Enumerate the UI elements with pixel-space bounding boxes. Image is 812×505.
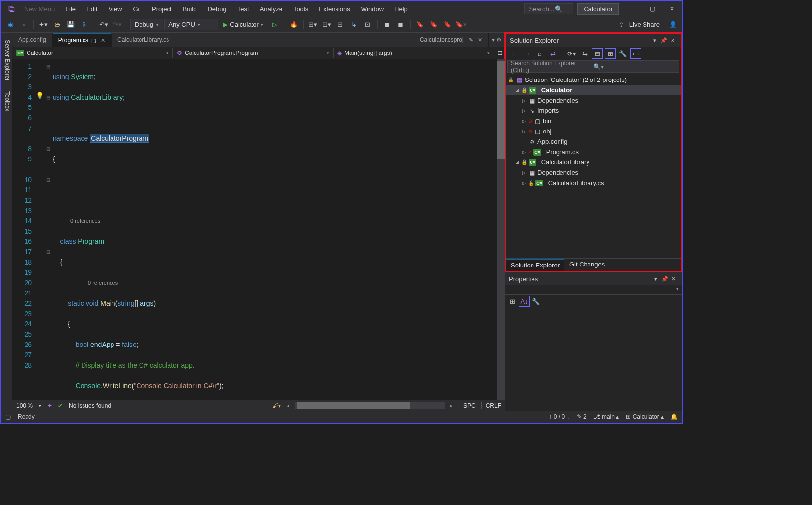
maximize-button[interactable]: ▢ [643, 1, 662, 16]
tab-solution-explorer[interactable]: Solution Explorer [506, 259, 564, 271]
alphabetical-icon[interactable]: A↓ [519, 296, 530, 307]
menu-edit[interactable]: Edit [81, 2, 103, 16]
node-obj[interactable]: ▷⊖▢obj [506, 126, 681, 136]
live-share-label[interactable]: Live Share [629, 21, 660, 28]
pin-icon[interactable]: 📌 [659, 37, 668, 44]
start-button[interactable]: ▶Calculator▾ [219, 20, 267, 29]
tab-git-changes[interactable]: Git Changes [564, 259, 610, 271]
tab-programcs[interactable]: Program.cs⬚✕ [53, 33, 112, 47]
refresh-icon[interactable]: ⟳▾ [566, 48, 577, 59]
spc-label[interactable]: SPC [459, 402, 476, 409]
vertical-scrollbar[interactable] [497, 59, 505, 400]
redo-icon[interactable]: ↷▾ [111, 18, 124, 31]
node-dependencies2[interactable]: ▷▦Dependencies [506, 167, 681, 178]
minimize-button[interactable]: — [623, 1, 643, 16]
menu-new[interactable]: New Menu [19, 2, 60, 16]
close-icon[interactable]: ✕ [669, 276, 678, 282]
start-without-debug-icon[interactable]: ▷ [268, 18, 281, 31]
clear-bookmark-icon[interactable]: 🔖▾ [455, 18, 468, 31]
config-dropdown[interactable]: Debug [130, 19, 163, 30]
menu-view[interactable]: View [103, 2, 128, 16]
switch-view-icon[interactable]: ⇄ [547, 48, 558, 59]
close-icon[interactable]: ✕ [101, 37, 105, 44]
menu-test[interactable]: Test [232, 2, 254, 16]
menu-window[interactable]: Window [356, 2, 389, 16]
collapse-icon[interactable]: ⊟ [592, 48, 603, 59]
codelens-ref[interactable]: 0 references [53, 278, 497, 288]
node-dependencies[interactable]: ▷▦Dependencies [506, 95, 681, 106]
preview-icon[interactable]: ▭ [630, 48, 641, 59]
toolbox-tab[interactable]: Toolbox [1, 88, 12, 114]
next-bookmark-icon[interactable]: 🔖 [441, 18, 454, 31]
undo-icon[interactable]: ↶▾ [97, 18, 110, 31]
wrench-icon[interactable]: 🔧 [531, 296, 541, 307]
close-button[interactable]: ✕ [662, 1, 682, 16]
menu-git[interactable]: Git [127, 2, 146, 16]
properties-dropdown[interactable]: ▾ [505, 285, 682, 295]
split-icon[interactable]: ⊟ [494, 49, 505, 56]
menu-project[interactable]: Project [146, 2, 177, 16]
source-control-arrows[interactable]: ↑ 0 / 0 ↓ [549, 413, 570, 420]
solution-root[interactable]: 🔒▤Solution 'Calculator' (2 of 2 projects… [506, 75, 681, 85]
issues-label[interactable]: No issues found [69, 402, 111, 409]
solution-search[interactable]: Search Solution Explorer (Ctrl+;) 🔍▾ [507, 60, 679, 73]
search-box[interactable]: Search... 🔍 [524, 3, 573, 14]
lightbulb-icon[interactable]: 💡 [36, 92, 44, 99]
pin-icon[interactable]: 📌 [660, 276, 669, 282]
tab-csproj[interactable]: Calculator.csproj✎✕ [414, 33, 489, 47]
platform-dropdown[interactable]: Any CPU [164, 19, 218, 30]
nav-method[interactable]: ◈Main(string[] args)▾ [334, 48, 494, 58]
sync-icon[interactable]: ⇆ [579, 48, 590, 59]
fold-column[interactable]: ⊟│⊟│││ │⊟││⊟││││││ ⊟│││││││││││ [44, 59, 53, 400]
tab-appconfig[interactable]: App.config [12, 33, 53, 47]
horizontal-scrollbar[interactable] [295, 402, 445, 409]
server-explorer-tab[interactable]: Server Explorer [1, 37, 12, 83]
crlf-label[interactable]: CRLF [481, 402, 501, 409]
bookmark-icon[interactable]: 🔖 [414, 18, 426, 31]
pending-changes[interactable]: ✎ 2 [577, 413, 587, 420]
back-icon[interactable]: ← [509, 48, 520, 59]
node-calclibcs[interactable]: ▷🔒C# CalculatorLibrary.cs [506, 178, 681, 188]
branch-name[interactable]: ⎇ main ▴ [593, 413, 619, 420]
project-calculator[interactable]: ◢🔒C# Calculator [506, 85, 681, 95]
output-icon[interactable]: ▢ [5, 413, 11, 420]
intellicode-icon[interactable]: ✦ [47, 402, 52, 409]
properties-icon[interactable]: 🔧 [617, 48, 628, 59]
step-icon[interactable]: ↳ [348, 18, 361, 31]
home-icon[interactable]: ⌂ [534, 48, 545, 59]
menu-debug[interactable]: Debug [202, 2, 231, 16]
prev-bookmark-icon[interactable]: 🔖 [427, 18, 440, 31]
dropdown-icon[interactable]: ▾ [650, 37, 659, 44]
toolbar-misc-icon[interactable]: ⊞▾ [307, 18, 319, 31]
save-all-icon[interactable]: ⎘ [78, 18, 91, 31]
menu-file[interactable]: File [60, 2, 81, 16]
vs-logo-icon[interactable]: ⧉ [4, 1, 19, 16]
hot-reload-icon[interactable]: 🔥 [287, 18, 300, 31]
save-icon[interactable]: 💾 [64, 18, 77, 31]
forward-icon[interactable]: ▸ [18, 18, 30, 31]
close-icon[interactable]: ✕ [668, 37, 677, 44]
solution-tree[interactable]: 🔒▤Solution 'Calculator' (2 of 2 projects… [506, 73, 681, 258]
indent-icon[interactable]: ≣ [381, 18, 393, 31]
toolbar-misc2-icon[interactable]: ⊡▾ [320, 18, 333, 31]
properties-header[interactable]: Properties ▾ 📌 ✕ [505, 272, 682, 285]
nav-class[interactable]: ⚙CalculatorProgram.Program▾ [173, 48, 334, 58]
zoom-level[interactable]: 100 % [16, 402, 33, 409]
solution-explorer-header[interactable]: Solution Explorer ▾ 📌 ✕ [506, 34, 681, 47]
node-imports[interactable]: ▷↘Imports [506, 106, 681, 116]
dropdown-icon[interactable]: ▾ [651, 276, 660, 282]
new-item-icon[interactable]: ✦▾ [37, 18, 50, 31]
back-icon[interactable]: ◉ [4, 18, 17, 31]
menu-extensions[interactable]: Extensions [313, 2, 356, 16]
node-bin[interactable]: ▷⊖▢bin [506, 116, 681, 126]
open-icon[interactable]: 🗁 [51, 18, 63, 31]
status-project[interactable]: ⊞ Calculator ▴ [626, 413, 664, 420]
close-icon[interactable]: ✕ [478, 37, 482, 43]
toolbar-misc3-icon[interactable]: ⊟ [334, 18, 347, 31]
toolbar-misc4-icon[interactable]: ⊡ [362, 18, 374, 31]
notifications-icon[interactable]: 🔔 [671, 413, 678, 420]
tab-overflow[interactable]: ▾ ⚙ [489, 33, 505, 47]
show-all-icon[interactable]: ⊞ [605, 48, 616, 59]
menu-tools[interactable]: Tools [288, 2, 313, 16]
code-content[interactable]: using System; using CalculatorLibrary; n… [53, 59, 497, 400]
